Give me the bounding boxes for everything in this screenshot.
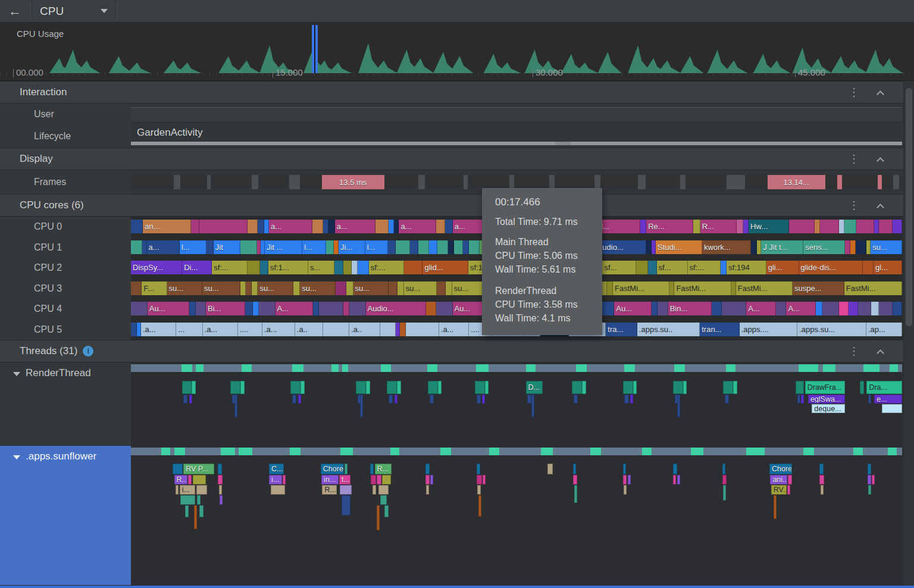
track-segment[interactable]: .apps.... xyxy=(740,323,798,336)
track-segment[interactable] xyxy=(751,240,757,254)
track-segment[interactable] xyxy=(406,323,439,336)
track-segment[interactable]: A... xyxy=(786,302,816,315)
track-segment[interactable] xyxy=(863,261,874,274)
track-segment[interactable] xyxy=(823,364,835,372)
track-segment[interactable] xyxy=(349,302,366,315)
track-segment[interactable] xyxy=(242,364,252,372)
flame-block[interactable] xyxy=(868,395,871,404)
track-segment[interactable] xyxy=(757,240,762,254)
flame-block[interactable]: i... xyxy=(180,485,195,495)
flame-block[interactable] xyxy=(356,381,366,394)
track-segment[interactable]: Jit xyxy=(214,240,240,254)
flame-block[interactable] xyxy=(531,395,534,417)
track-segment[interactable]: Bi... xyxy=(206,302,245,315)
track-segment[interactable]: .ap... xyxy=(866,323,902,336)
track-segment[interactable] xyxy=(849,302,858,315)
flame-block[interactable]: i... xyxy=(269,475,282,484)
track-segment[interactable] xyxy=(389,282,397,295)
track-segment[interactable]: an... xyxy=(143,220,190,233)
track-segment[interactable] xyxy=(652,240,656,254)
track-segment[interactable] xyxy=(131,364,181,372)
flame-block[interactable] xyxy=(475,381,485,394)
flame-block[interactable] xyxy=(819,464,823,474)
flame-block[interactable] xyxy=(477,475,482,484)
track-segment[interactable]: gli... xyxy=(766,261,799,274)
track-segment[interactable] xyxy=(727,175,745,189)
track-segment[interactable] xyxy=(712,302,722,315)
flame-block[interactable]: RV P... xyxy=(183,464,214,474)
track-segment[interactable] xyxy=(686,175,727,189)
track-segment[interactable] xyxy=(131,282,142,295)
track-segment[interactable]: sf:... xyxy=(212,261,248,274)
track-segment[interactable]: Di... xyxy=(182,261,212,274)
track-segment[interactable]: 13.14... xyxy=(768,175,825,189)
track-segment[interactable]: .a.. xyxy=(349,323,380,336)
track-segment[interactable] xyxy=(489,448,499,455)
vertical-scrollbar-thumb[interactable] xyxy=(906,88,912,326)
track-segment[interactable] xyxy=(893,302,902,315)
thread-row-sunflower[interactable]: .apps.sunflower RV P...R...i...C...i...C… xyxy=(0,446,914,586)
track-segment[interactable] xyxy=(252,282,258,295)
track-segment[interactable]: .apps.su.. xyxy=(637,323,700,336)
flame-block[interactable] xyxy=(366,381,370,394)
collapse-chevron-icon[interactable] xyxy=(877,90,884,98)
track-segment[interactable] xyxy=(693,220,700,233)
flame-block[interactable] xyxy=(574,395,578,404)
track-segment[interactable]: sf:... xyxy=(688,261,721,274)
track-segment[interactable] xyxy=(199,220,248,233)
track-segment[interactable] xyxy=(600,175,638,189)
flame-block[interactable] xyxy=(345,464,348,474)
track-segment[interactable]: Au... xyxy=(148,302,189,315)
track-segment[interactable]: .a... xyxy=(262,323,295,336)
track-segment[interactable]: tra... xyxy=(606,323,637,336)
frames-track[interactable]: 13.5 ms13.14... xyxy=(131,175,902,189)
track-segment[interactable] xyxy=(358,261,369,274)
flame-block[interactable] xyxy=(194,505,197,529)
track-segment[interactable]: .... xyxy=(238,323,262,336)
sunflower-track[interactable]: RV P...R...i...C...i...Chore...in...t...… xyxy=(131,446,902,586)
track-segment[interactable] xyxy=(674,364,685,372)
flame-block[interactable] xyxy=(821,485,824,495)
flame-block[interactable]: eglSwa... xyxy=(808,395,845,404)
track-segment[interactable] xyxy=(468,175,509,189)
track-segment[interactable] xyxy=(313,302,320,315)
flame-block[interactable] xyxy=(189,395,192,404)
track-segment[interactable]: Re... xyxy=(646,220,693,233)
track-segment[interactable] xyxy=(685,364,726,372)
flame-block[interactable] xyxy=(283,475,286,484)
flame-block[interactable] xyxy=(183,395,187,404)
flame-block[interactable] xyxy=(371,475,376,484)
flame-block[interactable] xyxy=(220,495,223,505)
track-segment[interactable] xyxy=(893,220,902,233)
track-segment[interactable] xyxy=(536,364,576,372)
track-segment[interactable] xyxy=(252,175,258,189)
flame-block[interactable] xyxy=(342,495,351,515)
track-segment[interactable] xyxy=(858,302,872,315)
track-segment[interactable] xyxy=(404,261,422,274)
track-segment[interactable] xyxy=(897,448,902,455)
track-segment[interactable] xyxy=(746,448,765,455)
flame-block[interactable] xyxy=(377,475,381,484)
flame-block[interactable] xyxy=(872,475,875,484)
track-segment[interactable] xyxy=(646,240,652,254)
flame-block[interactable]: deque... xyxy=(812,404,845,413)
track-segment[interactable]: l... xyxy=(302,240,326,254)
track-segment[interactable] xyxy=(189,302,196,315)
flame-block[interactable]: Chore... xyxy=(769,464,792,474)
track-segment[interactable] xyxy=(646,175,680,189)
flame-block[interactable] xyxy=(380,495,387,505)
flame-block[interactable] xyxy=(188,475,192,484)
track-segment[interactable]: sf:1... xyxy=(268,261,308,274)
track-segment[interactable] xyxy=(803,448,814,455)
track-segment[interactable] xyxy=(879,302,893,315)
track-segment[interactable] xyxy=(469,240,480,254)
track-segment[interactable] xyxy=(211,175,251,189)
track-segment[interactable] xyxy=(635,364,674,372)
track-segment[interactable]: FastMi... xyxy=(844,282,902,295)
track-segment[interactable]: A... xyxy=(276,302,313,315)
track-segment[interactable] xyxy=(451,448,489,455)
flame-block[interactable] xyxy=(623,475,627,484)
track-segment[interactable] xyxy=(240,282,246,295)
collapse-chevron-icon[interactable] xyxy=(877,157,884,165)
flame-block[interactable]: D... xyxy=(526,381,543,394)
